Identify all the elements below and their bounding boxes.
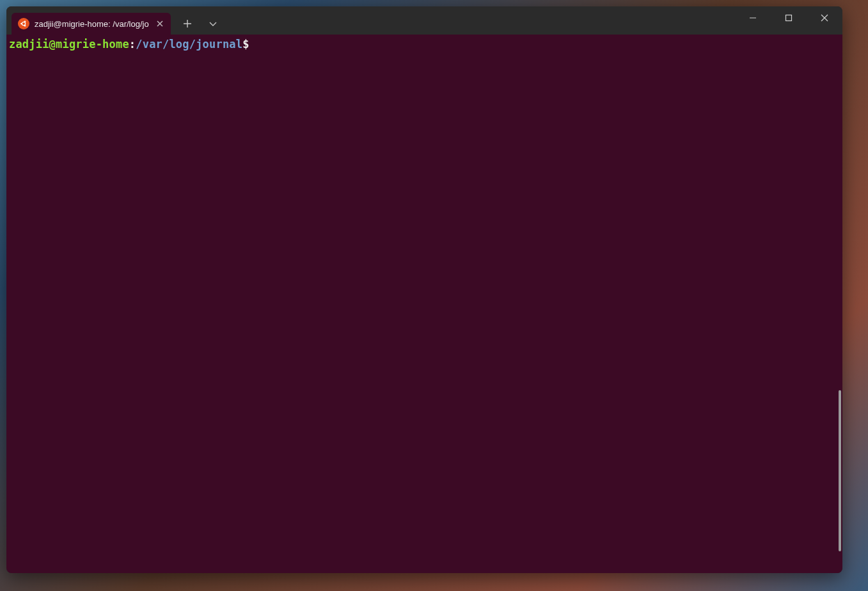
svg-rect-3 [786, 15, 792, 21]
tab-dropdown-button[interactable] [201, 13, 225, 35]
tab-actions [176, 6, 225, 35]
title-bar[interactable]: zadjii@migrie-home: /var/log/jo [6, 6, 842, 35]
terminal-window: zadjii@migrie-home: /var/log/jo [6, 6, 842, 573]
cursor-icon [249, 37, 256, 49]
window-controls [735, 6, 842, 29]
minimize-button[interactable] [735, 6, 771, 29]
ubuntu-logo-icon [18, 18, 29, 29]
close-window-button[interactable] [807, 6, 842, 29]
prompt-user-host: zadjii@migrie-home [9, 38, 129, 51]
tab-title: zadjii@migrie-home: /var/log/jo [35, 19, 149, 29]
maximize-button[interactable] [771, 6, 807, 29]
prompt-symbol: $ [242, 38, 249, 51]
terminal-body[interactable]: zadjii@migrie-home:/var/log/journal$ [6, 35, 842, 573]
tab-close-button[interactable] [154, 18, 166, 29]
prompt-line: zadjii@migrie-home:/var/log/journal$ [9, 37, 840, 51]
prompt-path: /var/log/journal [136, 38, 242, 51]
new-tab-button[interactable] [176, 13, 199, 35]
scrollbar-thumb[interactable] [839, 390, 841, 552]
prompt-separator: : [129, 38, 136, 51]
tab-active[interactable]: zadjii@migrie-home: /var/log/jo [12, 13, 171, 35]
tabs-area: zadjii@migrie-home: /var/log/jo [6, 6, 171, 35]
scrollbar-track[interactable] [835, 35, 842, 573]
